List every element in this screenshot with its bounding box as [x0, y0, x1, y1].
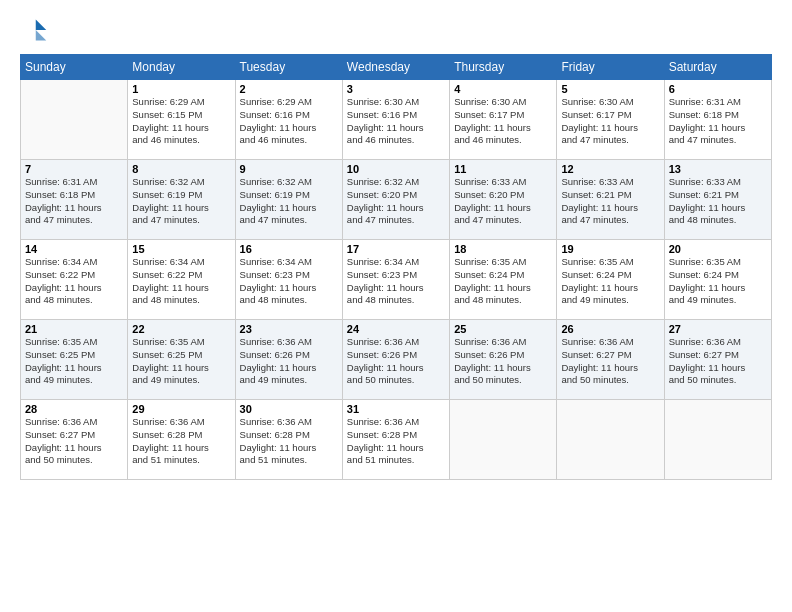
calendar-cell: 19Sunrise: 6:35 AMSunset: 6:24 PMDayligh…	[557, 240, 664, 320]
calendar-cell: 24Sunrise: 6:36 AMSunset: 6:26 PMDayligh…	[342, 320, 449, 400]
calendar-cell: 28Sunrise: 6:36 AMSunset: 6:27 PMDayligh…	[21, 400, 128, 480]
day-info: Sunrise: 6:36 AMSunset: 6:26 PMDaylight:…	[347, 336, 445, 387]
day-number: 19	[561, 243, 659, 255]
day-info: Sunrise: 6:34 AMSunset: 6:23 PMDaylight:…	[240, 256, 338, 307]
day-number: 2	[240, 83, 338, 95]
page: SundayMondayTuesdayWednesdayThursdayFrid…	[0, 0, 792, 612]
day-info: Sunrise: 6:36 AMSunset: 6:28 PMDaylight:…	[240, 416, 338, 467]
calendar-cell: 27Sunrise: 6:36 AMSunset: 6:27 PMDayligh…	[664, 320, 771, 400]
day-info: Sunrise: 6:35 AMSunset: 6:24 PMDaylight:…	[561, 256, 659, 307]
day-info: Sunrise: 6:35 AMSunset: 6:25 PMDaylight:…	[25, 336, 123, 387]
day-info: Sunrise: 6:30 AMSunset: 6:17 PMDaylight:…	[454, 96, 552, 147]
day-info: Sunrise: 6:35 AMSunset: 6:24 PMDaylight:…	[454, 256, 552, 307]
calendar-cell	[664, 400, 771, 480]
day-info: Sunrise: 6:29 AMSunset: 6:16 PMDaylight:…	[240, 96, 338, 147]
weekday-header: Friday	[557, 55, 664, 80]
day-info: Sunrise: 6:35 AMSunset: 6:24 PMDaylight:…	[669, 256, 767, 307]
calendar-cell: 10Sunrise: 6:32 AMSunset: 6:20 PMDayligh…	[342, 160, 449, 240]
logo	[20, 16, 52, 44]
day-number: 6	[669, 83, 767, 95]
day-info: Sunrise: 6:34 AMSunset: 6:23 PMDaylight:…	[347, 256, 445, 307]
day-info: Sunrise: 6:36 AMSunset: 6:26 PMDaylight:…	[240, 336, 338, 387]
day-number: 27	[669, 323, 767, 335]
calendar-cell: 1Sunrise: 6:29 AMSunset: 6:15 PMDaylight…	[128, 80, 235, 160]
day-number: 22	[132, 323, 230, 335]
calendar-week-row: 14Sunrise: 6:34 AMSunset: 6:22 PMDayligh…	[21, 240, 772, 320]
day-number: 23	[240, 323, 338, 335]
day-info: Sunrise: 6:36 AMSunset: 6:27 PMDaylight:…	[669, 336, 767, 387]
day-number: 5	[561, 83, 659, 95]
day-number: 3	[347, 83, 445, 95]
day-number: 10	[347, 163, 445, 175]
calendar-cell: 15Sunrise: 6:34 AMSunset: 6:22 PMDayligh…	[128, 240, 235, 320]
day-number: 16	[240, 243, 338, 255]
day-number: 8	[132, 163, 230, 175]
day-number: 20	[669, 243, 767, 255]
day-number: 12	[561, 163, 659, 175]
calendar-cell: 2Sunrise: 6:29 AMSunset: 6:16 PMDaylight…	[235, 80, 342, 160]
weekday-header: Sunday	[21, 55, 128, 80]
weekday-header: Tuesday	[235, 55, 342, 80]
calendar-cell: 30Sunrise: 6:36 AMSunset: 6:28 PMDayligh…	[235, 400, 342, 480]
calendar-cell	[557, 400, 664, 480]
weekday-header: Saturday	[664, 55, 771, 80]
calendar-cell: 20Sunrise: 6:35 AMSunset: 6:24 PMDayligh…	[664, 240, 771, 320]
day-info: Sunrise: 6:36 AMSunset: 6:28 PMDaylight:…	[347, 416, 445, 467]
calendar-cell: 29Sunrise: 6:36 AMSunset: 6:28 PMDayligh…	[128, 400, 235, 480]
weekday-header: Wednesday	[342, 55, 449, 80]
day-number: 14	[25, 243, 123, 255]
day-info: Sunrise: 6:31 AMSunset: 6:18 PMDaylight:…	[25, 176, 123, 227]
calendar-cell: 22Sunrise: 6:35 AMSunset: 6:25 PMDayligh…	[128, 320, 235, 400]
day-number: 30	[240, 403, 338, 415]
svg-marker-1	[36, 30, 47, 41]
day-info: Sunrise: 6:35 AMSunset: 6:25 PMDaylight:…	[132, 336, 230, 387]
calendar-table: SundayMondayTuesdayWednesdayThursdayFrid…	[20, 54, 772, 480]
calendar-week-row: 21Sunrise: 6:35 AMSunset: 6:25 PMDayligh…	[21, 320, 772, 400]
header	[20, 16, 772, 44]
day-number: 28	[25, 403, 123, 415]
day-info: Sunrise: 6:32 AMSunset: 6:19 PMDaylight:…	[132, 176, 230, 227]
calendar-cell: 5Sunrise: 6:30 AMSunset: 6:17 PMDaylight…	[557, 80, 664, 160]
day-info: Sunrise: 6:32 AMSunset: 6:20 PMDaylight:…	[347, 176, 445, 227]
weekday-header: Thursday	[450, 55, 557, 80]
calendar-cell: 18Sunrise: 6:35 AMSunset: 6:24 PMDayligh…	[450, 240, 557, 320]
calendar-cell: 16Sunrise: 6:34 AMSunset: 6:23 PMDayligh…	[235, 240, 342, 320]
day-number: 21	[25, 323, 123, 335]
day-info: Sunrise: 6:31 AMSunset: 6:18 PMDaylight:…	[669, 96, 767, 147]
calendar-cell: 14Sunrise: 6:34 AMSunset: 6:22 PMDayligh…	[21, 240, 128, 320]
day-number: 9	[240, 163, 338, 175]
weekday-header-row: SundayMondayTuesdayWednesdayThursdayFrid…	[21, 55, 772, 80]
calendar-cell: 17Sunrise: 6:34 AMSunset: 6:23 PMDayligh…	[342, 240, 449, 320]
calendar-week-row: 28Sunrise: 6:36 AMSunset: 6:27 PMDayligh…	[21, 400, 772, 480]
calendar-cell: 13Sunrise: 6:33 AMSunset: 6:21 PMDayligh…	[664, 160, 771, 240]
day-info: Sunrise: 6:36 AMSunset: 6:26 PMDaylight:…	[454, 336, 552, 387]
day-info: Sunrise: 6:29 AMSunset: 6:15 PMDaylight:…	[132, 96, 230, 147]
day-number: 7	[25, 163, 123, 175]
day-info: Sunrise: 6:34 AMSunset: 6:22 PMDaylight:…	[132, 256, 230, 307]
calendar-cell: 21Sunrise: 6:35 AMSunset: 6:25 PMDayligh…	[21, 320, 128, 400]
day-info: Sunrise: 6:36 AMSunset: 6:27 PMDaylight:…	[25, 416, 123, 467]
calendar-week-row: 1Sunrise: 6:29 AMSunset: 6:15 PMDaylight…	[21, 80, 772, 160]
calendar-cell: 7Sunrise: 6:31 AMSunset: 6:18 PMDaylight…	[21, 160, 128, 240]
day-info: Sunrise: 6:30 AMSunset: 6:16 PMDaylight:…	[347, 96, 445, 147]
day-number: 15	[132, 243, 230, 255]
calendar-cell	[21, 80, 128, 160]
day-number: 4	[454, 83, 552, 95]
day-number: 17	[347, 243, 445, 255]
calendar-cell: 9Sunrise: 6:32 AMSunset: 6:19 PMDaylight…	[235, 160, 342, 240]
day-number: 1	[132, 83, 230, 95]
calendar-cell	[450, 400, 557, 480]
day-info: Sunrise: 6:33 AMSunset: 6:20 PMDaylight:…	[454, 176, 552, 227]
calendar-cell: 12Sunrise: 6:33 AMSunset: 6:21 PMDayligh…	[557, 160, 664, 240]
day-number: 11	[454, 163, 552, 175]
day-info: Sunrise: 6:33 AMSunset: 6:21 PMDaylight:…	[669, 176, 767, 227]
day-info: Sunrise: 6:33 AMSunset: 6:21 PMDaylight:…	[561, 176, 659, 227]
day-number: 13	[669, 163, 767, 175]
day-number: 25	[454, 323, 552, 335]
calendar-cell: 25Sunrise: 6:36 AMSunset: 6:26 PMDayligh…	[450, 320, 557, 400]
logo-icon	[20, 16, 48, 44]
day-info: Sunrise: 6:36 AMSunset: 6:27 PMDaylight:…	[561, 336, 659, 387]
calendar-cell: 31Sunrise: 6:36 AMSunset: 6:28 PMDayligh…	[342, 400, 449, 480]
weekday-header: Monday	[128, 55, 235, 80]
day-number: 24	[347, 323, 445, 335]
